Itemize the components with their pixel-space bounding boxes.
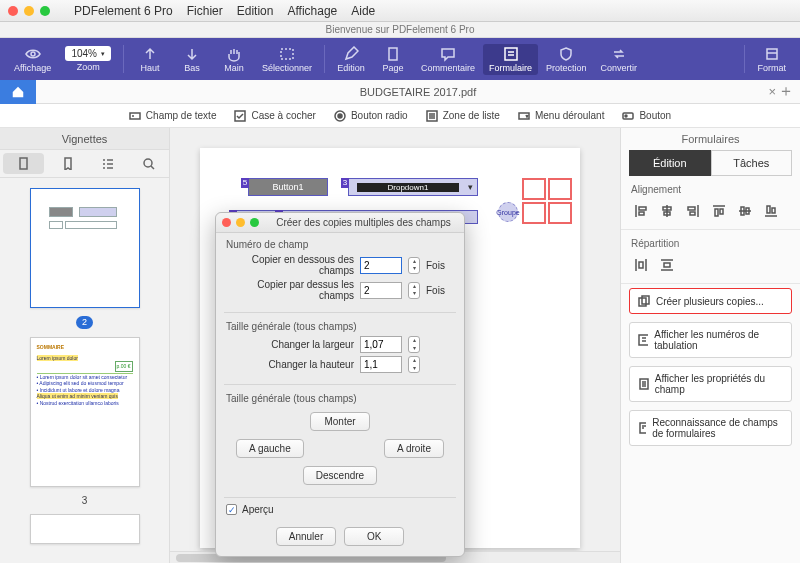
tool-protect[interactable]: Protection xyxy=(540,44,593,75)
dialog-titlebar[interactable]: Créer des copies multiples des champs xyxy=(216,213,464,233)
action-show-tab-order[interactable]: Afficher les numéros de tabulation xyxy=(629,322,792,358)
close-dot[interactable] xyxy=(8,6,18,16)
change-width-input[interactable] xyxy=(360,336,402,353)
tool-convert[interactable]: Convertir xyxy=(595,44,644,75)
field-button1[interactable]: 5 Button1 xyxy=(248,178,328,196)
tool-hand[interactable]: Main xyxy=(214,44,254,75)
field-dropdown1-label: Dropdown1 xyxy=(357,183,459,192)
tool-convert-label: Convertir xyxy=(601,63,638,73)
btn-right[interactable]: A droite xyxy=(384,439,444,458)
copy-preview-box xyxy=(522,178,546,200)
btn-left[interactable]: A gauche xyxy=(236,439,304,458)
close-tab-icon[interactable]: × xyxy=(768,84,776,99)
distribute-v-icon[interactable] xyxy=(657,255,677,275)
dialog-zoom-dot[interactable] xyxy=(250,218,259,227)
ok-button[interactable]: OK xyxy=(344,527,404,546)
copy-preview-box xyxy=(522,202,546,224)
tab-tasks[interactable]: Tâches xyxy=(711,150,793,176)
left-tab-thumb[interactable] xyxy=(3,153,44,174)
tool-comment[interactable]: Commentaire xyxy=(415,44,481,75)
new-tab-icon[interactable]: ＋ xyxy=(778,81,794,102)
formtool-radio-label: Bouton radio xyxy=(351,110,408,121)
preview-checkbox-row[interactable]: ✓ Aperçu xyxy=(216,500,464,523)
minimize-dot[interactable] xyxy=(24,6,34,16)
svg-point-8 xyxy=(338,114,342,118)
home-button[interactable] xyxy=(0,80,36,104)
align-center-h-icon[interactable] xyxy=(657,201,677,221)
app-name[interactable]: PDFelement 6 Pro xyxy=(74,4,173,18)
document-tab[interactable]: BUDGETAIRE 2017.pdf xyxy=(360,86,477,98)
left-tab-outline[interactable] xyxy=(88,150,129,177)
tool-format[interactable]: Format xyxy=(751,44,792,75)
tool-protect-label: Protection xyxy=(546,63,587,73)
action-show-field-props[interactable]: Afficher les propriétés du champ xyxy=(629,366,792,402)
cancel-button[interactable]: Annuler xyxy=(276,527,336,546)
dialog-close-dot[interactable] xyxy=(222,218,231,227)
btn-down[interactable]: Descendre xyxy=(303,466,377,485)
tool-down[interactable]: Bas xyxy=(172,44,212,75)
search-icon xyxy=(142,157,155,170)
menu-edit[interactable]: Edition xyxy=(237,4,274,18)
align-left-icon[interactable] xyxy=(631,201,651,221)
menu-help[interactable]: Aide xyxy=(351,4,375,18)
formtool-listbox-label: Zone de liste xyxy=(443,110,500,121)
format-icon xyxy=(764,46,780,62)
thumbnail-page-4[interactable] xyxy=(30,514,140,544)
field-dropdown1[interactable]: 3 Dropdown1 ▾ xyxy=(348,178,478,196)
distribute-h-icon[interactable] xyxy=(631,255,651,275)
formtool-checkbox[interactable]: Case à cocher xyxy=(234,110,315,122)
copies-icon xyxy=(638,295,650,307)
window-titlebar: PDFelement 6 Pro Fichier Edition Afficha… xyxy=(0,0,800,22)
dialog-min-dot[interactable] xyxy=(236,218,245,227)
change-height-input[interactable] xyxy=(360,356,402,373)
formtool-radio[interactable]: Bouton radio xyxy=(334,110,408,122)
formtool-textfield[interactable]: Champ de texte xyxy=(129,110,217,122)
tool-up[interactable]: Haut xyxy=(130,44,170,75)
zoom-value-box[interactable]: 104%▾ xyxy=(65,46,111,61)
align-center-v-icon[interactable] xyxy=(735,201,755,221)
menu-view[interactable]: Affichage xyxy=(287,4,337,18)
tool-zoom[interactable]: 104%▾ Zoom xyxy=(59,44,117,74)
svg-point-12 xyxy=(625,115,627,117)
formtool-checkbox-label: Case à cocher xyxy=(251,110,315,121)
tab-order-icon xyxy=(638,334,648,346)
tab-edition[interactable]: Édition xyxy=(629,150,711,176)
tool-view[interactable]: Affichage xyxy=(8,44,57,75)
formtool-dropdown[interactable]: Menu déroulant xyxy=(518,110,605,122)
copies-below-stepper[interactable]: ▴▾ xyxy=(408,257,420,274)
formtool-button[interactable]: Bouton xyxy=(622,110,671,122)
change-width-stepper[interactable]: ▴▾ xyxy=(408,336,420,353)
window-traffic-lights[interactable] xyxy=(8,6,50,16)
thumbnail-page-2[interactable] xyxy=(30,188,140,308)
action-create-multiple-copies[interactable]: Créer plusieurs copies... xyxy=(629,288,792,314)
left-tab-bookmark[interactable] xyxy=(47,150,88,177)
tool-select[interactable]: Sélectionner xyxy=(256,44,318,75)
align-bottom-icon[interactable] xyxy=(761,201,781,221)
form-field-toolbar: Champ de texte Case à cocher Bouton radi… xyxy=(0,104,800,128)
formtool-listbox[interactable]: Zone de liste xyxy=(426,110,500,122)
change-height-stepper[interactable]: ▴▾ xyxy=(408,356,420,373)
zoom-dot[interactable] xyxy=(40,6,50,16)
menu-file[interactable]: Fichier xyxy=(187,4,223,18)
preview-checkbox[interactable]: ✓ xyxy=(226,504,237,515)
field-group-badge[interactable]: Groupe xyxy=(498,202,518,222)
align-right-icon[interactable] xyxy=(683,201,703,221)
tool-form[interactable]: Formulaire xyxy=(483,44,538,75)
align-top-icon[interactable] xyxy=(709,201,729,221)
tool-edit[interactable]: Edition xyxy=(331,44,371,75)
thumbnails-list[interactable]: 2 SOMMAIRE Lorem ipsum dolor p.00 € • Lo… xyxy=(0,178,169,563)
copies-above-stepper[interactable]: ▴▾ xyxy=(408,282,420,299)
field-tag: 3 xyxy=(341,178,349,188)
form-properties-panel: Formulaires Édition Tâches Alignement Ré… xyxy=(620,128,800,563)
copies-above-input[interactable] xyxy=(360,282,402,299)
btn-up[interactable]: Monter xyxy=(310,412,370,431)
left-tab-search[interactable] xyxy=(128,150,169,177)
copies-below-unit: Fois xyxy=(426,260,454,271)
copies-below-input[interactable] xyxy=(360,257,402,274)
thumbnail-page-3[interactable]: SOMMAIRE Lorem ipsum dolor p.00 € • Lore… xyxy=(30,337,140,487)
copy-preview-box xyxy=(548,178,572,200)
action-form-recognition[interactable]: Reconnaissance de champs de formulaires xyxy=(629,410,792,446)
right-panel-title: Formulaires xyxy=(621,128,800,150)
tool-page[interactable]: Page xyxy=(373,44,413,75)
tool-comment-label: Commentaire xyxy=(421,63,475,73)
